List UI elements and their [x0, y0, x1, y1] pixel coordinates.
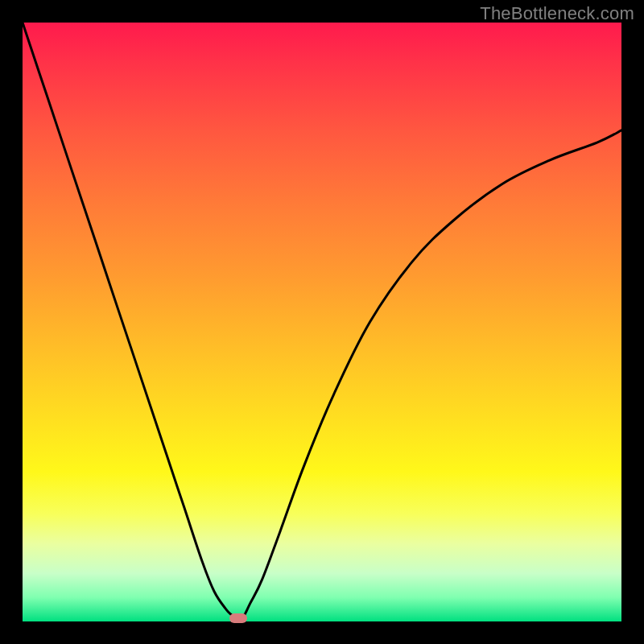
bottleneck-curve — [23, 23, 621, 621]
chart-frame: TheBottleneck.com — [0, 0, 644, 644]
minimum-marker — [229, 613, 247, 623]
curve-svg — [23, 23, 621, 621]
attribution-text: TheBottleneck.com — [480, 3, 634, 24]
plot-area — [23, 23, 621, 621]
